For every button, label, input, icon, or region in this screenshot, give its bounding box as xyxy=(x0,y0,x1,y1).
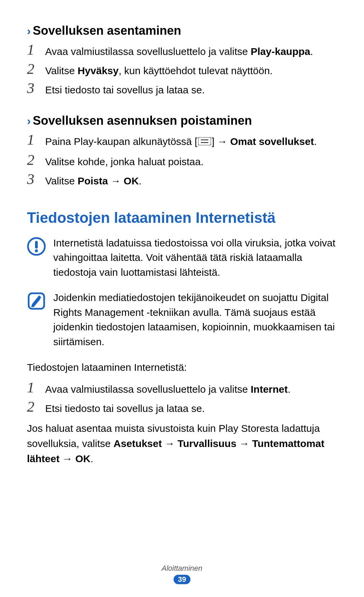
chevron-icon: › xyxy=(27,114,31,127)
intro-text: Tiedostojen lataaminen Internetistä: xyxy=(27,360,337,375)
footer-label: Aloittaminen xyxy=(0,564,364,573)
step-number: 2 xyxy=(27,153,45,168)
warning-text: Internetistä ladatuissa tiedostoissa voi… xyxy=(53,236,337,280)
note-callout: Joidenkin mediatiedostojen tekijänoikeud… xyxy=(27,290,337,349)
list-item: 2 Valitse kohde, jonka haluat poistaa. xyxy=(27,154,337,169)
step-number: 2 xyxy=(27,399,45,414)
step-text: Paina Play-kaupan alkunäytössä [] → Omat… xyxy=(45,134,337,150)
svg-rect-0 xyxy=(198,137,211,145)
step-number: 2 xyxy=(27,62,45,77)
list-item: 1 Paina Play-kaupan alkunäytössä [] → Om… xyxy=(27,134,337,150)
chevron-icon: › xyxy=(27,24,31,37)
heading-text: Sovelluksen asentaminen xyxy=(33,24,181,38)
section-download: Tiedostojen lataaminen Internetistä: 1 A… xyxy=(27,360,337,466)
step-number: 1 xyxy=(27,42,45,57)
step-text: Avaa valmiustilassa sovellusluettelo ja … xyxy=(45,44,337,59)
step-text: Avaa valmiustilassa sovellusluettelo ja … xyxy=(45,382,337,397)
note-icon xyxy=(27,292,46,310)
step-number: 3 xyxy=(27,81,45,96)
heading-text: Sovelluksen asennuksen poistaminen xyxy=(33,114,252,128)
outro-text: Jos haluat asentaa muista sivustoista ku… xyxy=(27,421,337,466)
list-item: 1 Avaa valmiustilassa sovellusluettelo j… xyxy=(27,382,337,397)
page-footer: Aloittaminen 39 xyxy=(0,564,364,584)
warning-callout: Internetistä ladatuissa tiedostoissa voi… xyxy=(27,236,337,280)
step-text: Etsi tiedosto tai sovellus ja lataa se. xyxy=(45,82,337,97)
list-item: 3 Valitse Poista → OK. xyxy=(27,173,337,188)
page-number: 39 xyxy=(174,575,190,584)
step-text: Valitse Hyväksy, kun käyttöehdot tulevat… xyxy=(45,63,337,78)
step-number: 1 xyxy=(27,132,45,147)
svg-point-5 xyxy=(35,249,38,252)
step-number: 3 xyxy=(27,172,45,187)
heading-install: › Sovelluksen asentaminen xyxy=(27,24,337,38)
menu-icon xyxy=(198,134,211,149)
list-item: 2 Valitse Hyväksy, kun käyttöehdot tulev… xyxy=(27,63,337,78)
list-item: 1 Avaa valmiustilassa sovellusluettelo j… xyxy=(27,44,337,59)
list-item: 2 Etsi tiedosto tai sovellus ja lataa se… xyxy=(27,401,337,416)
section-install: › Sovelluksen asentaminen 1 Avaa valmius… xyxy=(27,24,337,97)
warning-icon xyxy=(27,237,46,256)
step-text: Etsi tiedosto tai sovellus ja lataa se. xyxy=(45,401,337,416)
step-text: Valitse Poista → OK. xyxy=(45,173,337,188)
section-uninstall: › Sovelluksen asennuksen poistaminen 1 P… xyxy=(27,114,337,188)
page-title: Tiedostojen lataaminen Internetistä xyxy=(27,209,337,226)
note-text: Joidenkin mediatiedostojen tekijänoikeud… xyxy=(53,290,337,349)
list-item: 3 Etsi tiedosto tai sovellus ja lataa se… xyxy=(27,82,337,97)
step-number: 1 xyxy=(27,380,45,395)
heading-uninstall: › Sovelluksen asennuksen poistaminen xyxy=(27,114,337,128)
step-text: Valitse kohde, jonka haluat poistaa. xyxy=(45,154,337,169)
svg-rect-4 xyxy=(35,241,38,248)
